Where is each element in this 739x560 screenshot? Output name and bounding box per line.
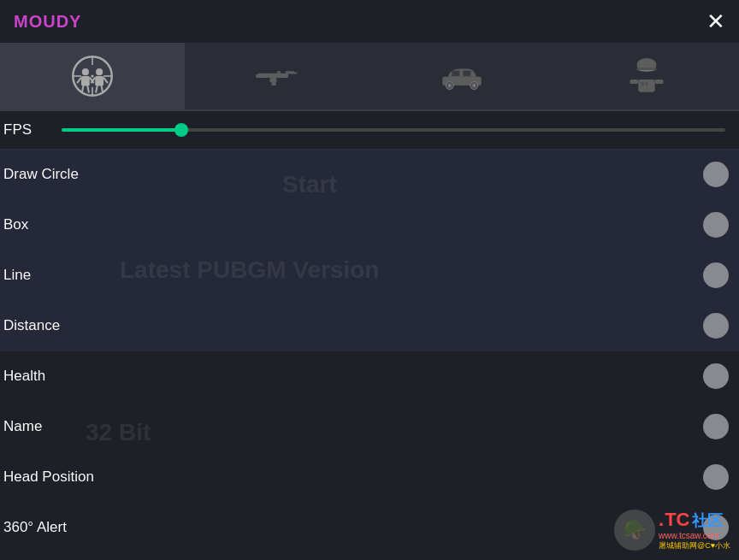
- svg-rect-18: [257, 74, 288, 78]
- setting-distance: Distance: [0, 301, 739, 351]
- svg-rect-25: [452, 71, 459, 77]
- svg-rect-38: [645, 82, 647, 86]
- setting-skeleton: Skeleton: [0, 553, 739, 560]
- svg-point-6: [82, 68, 89, 75]
- setting-draw-circle-label: Draw Circle: [3, 166, 79, 183]
- fps-slider[interactable]: [62, 128, 725, 132]
- svg-line-17: [102, 85, 103, 92]
- svg-rect-13: [95, 76, 103, 85]
- misc-icon: [624, 54, 669, 98]
- setting-360-alert-label: 360° Alert: [3, 519, 67, 536]
- app-title: MOUDY: [14, 12, 81, 32]
- setting-head-position-label: Head Position: [3, 469, 94, 486]
- setting-distance-label: Distance: [3, 317, 60, 334]
- toggle-name[interactable]: [703, 414, 729, 439]
- svg-point-1: [91, 74, 93, 77]
- fps-label: FPS: [3, 121, 55, 139]
- toggle-box[interactable]: [703, 212, 729, 238]
- svg-rect-21: [256, 74, 260, 78]
- setting-box-label: Box: [3, 216, 28, 233]
- svg-rect-26: [463, 71, 470, 77]
- setting-line: Line: [0, 251, 739, 301]
- toggle-health[interactable]: [703, 363, 729, 389]
- svg-rect-36: [655, 80, 664, 84]
- svg-rect-7: [81, 76, 90, 85]
- setting-line-label: Line: [3, 267, 31, 284]
- svg-point-29: [448, 84, 452, 87]
- players-icon: [70, 54, 115, 98]
- toggle-360-alert[interactable]: [703, 515, 729, 540]
- svg-line-11: [87, 85, 89, 92]
- svg-point-30: [472, 84, 476, 87]
- header: MOUDY ✕: [0, 0, 739, 43]
- settings-list: Draw Circle Box Line Distance Health Nam…: [0, 150, 739, 560]
- setting-name: Name: [0, 402, 739, 452]
- toggle-head-position[interactable]: [703, 464, 729, 490]
- fps-slider-fill: [62, 128, 181, 132]
- tab-vehicles[interactable]: [370, 43, 554, 109]
- svg-line-8: [77, 78, 81, 84]
- close-button[interactable]: ✕: [706, 10, 725, 32]
- main-panel: Start Latest PUBGM Version 32 Bit MOUDY …: [0, 0, 739, 560]
- svg-rect-35: [630, 80, 639, 84]
- setting-health-label: Health: [3, 368, 45, 385]
- setting-name-label: Name: [3, 418, 42, 435]
- vehicles-icon: [440, 54, 484, 98]
- setting-360-alert: 360° Alert: [0, 503, 739, 553]
- fps-row: FPS: [0, 111, 739, 150]
- tab-bar: [0, 43, 739, 111]
- svg-rect-23: [277, 71, 281, 74]
- setting-head-position: Head Position: [0, 452, 739, 503]
- tab-players[interactable]: [0, 43, 185, 109]
- setting-health: Health: [0, 351, 739, 402]
- weapons-icon: [255, 54, 299, 98]
- tab-weapons[interactable]: [185, 43, 370, 109]
- toggle-draw-circle[interactable]: [703, 162, 729, 187]
- setting-box: Box: [0, 200, 739, 251]
- svg-rect-22: [288, 72, 297, 74]
- svg-line-10: [82, 85, 84, 92]
- svg-line-15: [103, 78, 108, 84]
- setting-draw-circle: Draw Circle: [0, 150, 739, 200]
- svg-rect-37: [641, 82, 644, 86]
- toggle-distance[interactable]: [703, 313, 729, 339]
- svg-line-16: [96, 85, 98, 92]
- svg-point-12: [96, 68, 103, 75]
- toggle-line[interactable]: [703, 262, 729, 288]
- fps-slider-thumb[interactable]: [174, 123, 188, 137]
- tab-misc[interactable]: [554, 43, 739, 109]
